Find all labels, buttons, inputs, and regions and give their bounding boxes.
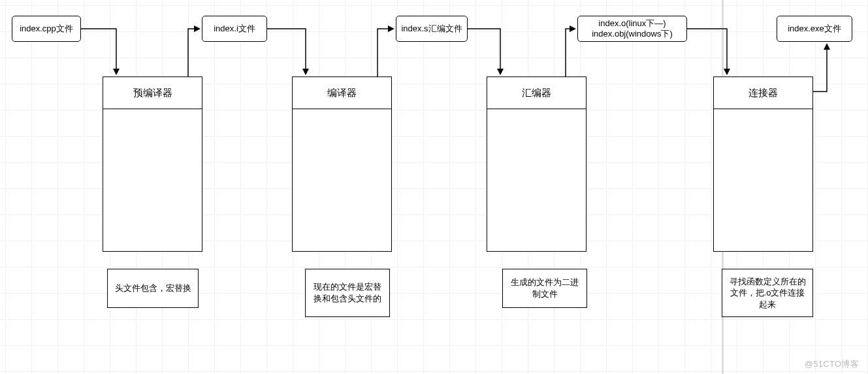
file-label: index.s汇编文件 bbox=[401, 24, 462, 34]
file-node-i: index.i文件 bbox=[202, 16, 267, 42]
file-label: index.exe文件 bbox=[788, 24, 841, 34]
file-label: index.cpp文件 bbox=[20, 24, 73, 34]
desc-compiler: 现在的文件是宏替换和包含头文件的 bbox=[305, 269, 390, 317]
stage-label: 编译器 bbox=[327, 87, 357, 99]
stage-assembler: 汇编器 bbox=[487, 76, 587, 252]
watermark-text: @51CTO博客 bbox=[805, 358, 859, 370]
file-node-src: index.cpp文件 bbox=[12, 16, 81, 42]
file-node-exe: index.exe文件 bbox=[777, 16, 852, 42]
stage-title: 编译器 bbox=[293, 77, 391, 109]
diagram-canvas: index.cpp文件 index.i文件 index.s汇编文件 index.… bbox=[0, 0, 868, 374]
file-node-s: index.s汇编文件 bbox=[396, 16, 468, 42]
desc-precompiler: 头文件包含，宏替换 bbox=[107, 269, 199, 308]
stage-label: 汇编器 bbox=[522, 87, 551, 99]
file-label: index.i文件 bbox=[214, 24, 255, 34]
stage-title: 连接器 bbox=[714, 77, 812, 109]
stage-compiler: 编译器 bbox=[292, 76, 392, 252]
desc-text: 寻找函数定义所在的文件，把.o文件连接起来 bbox=[729, 276, 806, 311]
stage-precompiler: 预编译器 bbox=[103, 76, 202, 252]
stage-title: 汇编器 bbox=[487, 77, 586, 109]
stage-label: 连接器 bbox=[748, 87, 778, 99]
desc-text: 头文件包含，宏替换 bbox=[115, 282, 191, 294]
file-label: index.o(linux下—) index.obj(windows下) bbox=[592, 18, 673, 40]
desc-linker: 寻找函数定义所在的文件，把.o文件连接起来 bbox=[722, 269, 813, 317]
desc-text: 生成的文件为二进制文件 bbox=[509, 277, 580, 299]
stage-label: 预编译器 bbox=[133, 87, 172, 99]
stage-title: 预编译器 bbox=[103, 77, 202, 109]
stage-linker: 连接器 bbox=[713, 76, 813, 252]
file-node-o: index.o(linux下—) index.obj(windows下) bbox=[577, 16, 687, 42]
desc-assembler: 生成的文件为二进制文件 bbox=[502, 269, 587, 308]
desc-text: 现在的文件是宏替换和包含头文件的 bbox=[312, 281, 383, 304]
